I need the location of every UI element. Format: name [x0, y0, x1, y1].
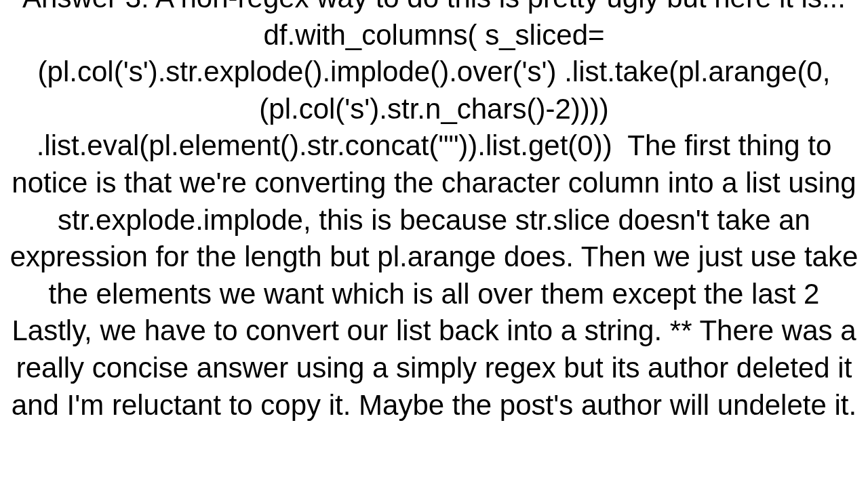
answer-body-text: Answer 3: A non-regex way to do this is …: [0, 0, 868, 424]
document-viewport: Answer 3: A non-regex way to do this is …: [0, 0, 868, 488]
